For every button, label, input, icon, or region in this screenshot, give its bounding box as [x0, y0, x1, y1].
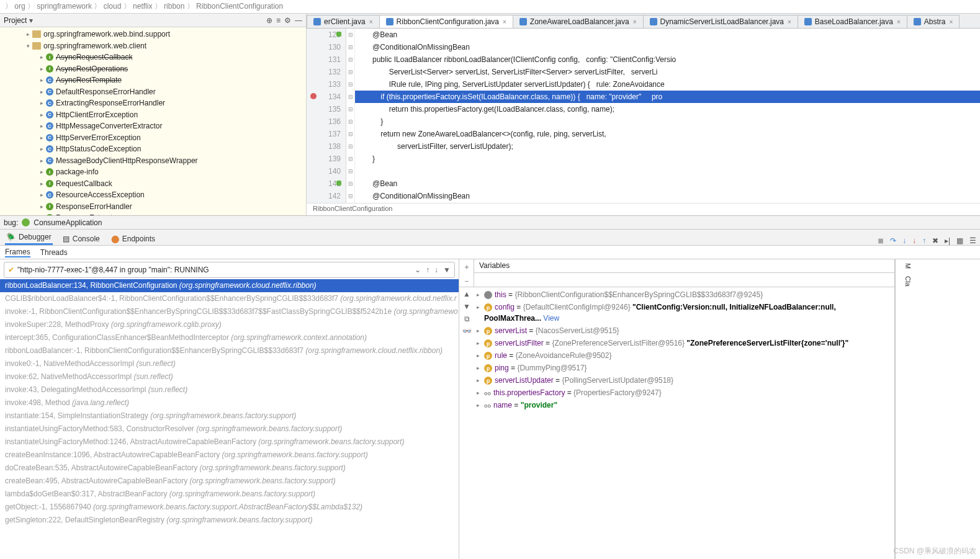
close-icon[interactable]: × [369, 19, 373, 25]
frame-row[interactable]: invoke:498, Method (java.lang.reflect) [0, 396, 459, 409]
frame-row[interactable]: invoke:-1, RibbonClientConfiguration$$En… [0, 305, 459, 318]
force-step-into-icon[interactable]: ↓ [912, 236, 916, 245]
tab-debugger[interactable]: 🪲Debugger [5, 231, 53, 245]
run-to-cursor-icon[interactable]: ▸| [945, 236, 950, 245]
variable-row[interactable]: oothis.propertiesFactory = {PropertiesFa… [475, 387, 893, 399]
frame-row[interactable]: getSingleton:222, DefaultSingletonBeanRe… [0, 514, 459, 527]
editor-tab[interactable]: erClient.java× [307, 15, 380, 28]
frame-row[interactable]: lambda$doGetBean$0:317, AbstractBeanFact… [0, 488, 459, 501]
class-node[interactable]: ▸CHttpStatusCodeException [0, 143, 306, 155]
frame-row[interactable]: ribbonLoadBalancer:134, RibbonClientConf… [0, 279, 459, 292]
gear-icon[interactable]: ⚙ [284, 16, 291, 25]
right-tool-strip[interactable]: M Cla [895, 259, 920, 559]
frame-row[interactable]: CGLIB$ribbonLoadBalancer$4:-1, RibbonCli… [0, 292, 459, 305]
copy-icon[interactable]: ⧉ [464, 315, 470, 323]
class-node[interactable]: ▸CHttpMessageConverterExtractor [0, 120, 306, 132]
frame-row[interactable]: instantiateUsingFactoryMethod:583, Const… [0, 423, 459, 436]
close-icon[interactable]: × [897, 19, 901, 25]
chevron-down-icon[interactable]: ⌄ [415, 266, 421, 274]
close-icon[interactable]: × [788, 19, 791, 25]
subtab-frames[interactable]: Frames [5, 248, 30, 257]
drop-frame-icon[interactable]: ✖ [932, 236, 938, 245]
class-node[interactable]: ▸CHttpServerErrorException [0, 132, 306, 144]
evaluate-icon[interactable]: ▦ [956, 236, 963, 245]
frame-row[interactable]: instantiate:154, SimpleInstantiationStra… [0, 409, 459, 423]
frame-row[interactable]: intercept:365, ConfigurationClassEnhance… [0, 331, 459, 344]
frame-row[interactable]: createBean:495, AbstractAutowireCapableB… [0, 475, 459, 488]
close-icon[interactable]: × [503, 19, 506, 25]
frame-row[interactable]: invoke0:-1, NativeMethodAccessorImpl (su… [0, 357, 459, 370]
step-into-icon[interactable]: ↓ [902, 236, 906, 245]
variables-list[interactable]: this = {RibbonClientConfiguration$$Enhan… [474, 287, 894, 559]
hide-icon[interactable]: — [295, 16, 302, 25]
step-over-icon[interactable]: ↷ [890, 236, 896, 245]
frame-row[interactable]: createBeanInstance:1096, AbstractAutowir… [0, 449, 459, 462]
classes-tab[interactable]: Cla [904, 276, 912, 287]
editor-breadcrumb[interactable]: RibbonClientConfiguration [307, 203, 980, 215]
frames-list[interactable]: ribbonLoadBalancer:134, RibbonClientConf… [0, 279, 459, 559]
variable-row[interactable]: prule = {ZoneAvoidanceRule@9502} [475, 349, 893, 362]
variable-row[interactable]: this = {RibbonClientConfiguration$$Enhan… [475, 288, 893, 301]
frame-row[interactable]: ribbonLoadBalancer:-1, RibbonClientConfi… [0, 344, 459, 357]
variable-row[interactable]: pping = {DummyPing@9517} [475, 362, 893, 374]
flatten-icon[interactable]: ≡ [276, 16, 281, 25]
class-node[interactable]: ▸IAsyncRequestCallback [0, 51, 306, 63]
filter-icon[interactable]: ▼ [443, 266, 451, 274]
editor-tab[interactable]: DynamicServerListLoadBalancer.java× [643, 15, 798, 28]
variable-row[interactable]: pserverListFilter = {ZonePreferenceServe… [475, 337, 893, 349]
class-node[interactable]: ▸CResourceAccessException [0, 189, 306, 201]
frame-row[interactable]: invoke:62, NativeMethodAccessorImpl (sun… [0, 370, 459, 383]
class-node[interactable]: ▸CMessageBodyClientHttpResponseWrapper [0, 155, 306, 167]
more-icon[interactable]: ☰ [969, 236, 976, 245]
class-node[interactable]: ▸CDefaultResponseErrorHandler [0, 86, 306, 98]
class-node[interactable]: ▸CAsyncRestTemplate [0, 74, 306, 86]
list-icon[interactable]: ≣ [878, 236, 884, 245]
class-node[interactable]: ▸IResponseErrorHandler [0, 201, 306, 213]
remove-watch-icon[interactable]: － [463, 276, 470, 287]
class-node[interactable]: ▸CHttpClientErrorException [0, 109, 306, 121]
editor-tab[interactable]: BaseLoadBalancer.java× [798, 15, 907, 28]
variable-row[interactable]: pserverList = {NacosServerList@9515} [475, 324, 893, 337]
project-tree[interactable]: ▸org.springframework.web.bind.support▾or… [0, 27, 306, 215]
package-node[interactable]: ▾org.springframework.web.client [0, 40, 306, 52]
frame-row[interactable]: instantiateUsingFactoryMethod:1246, Abst… [0, 436, 459, 449]
add-watch-icon[interactable]: ＋ [463, 262, 470, 272]
editor-tab[interactable]: Abstra× [907, 15, 960, 28]
frame-row[interactable]: invokeSuper:228, MethodProxy (org.spring… [0, 318, 459, 331]
tab-endpoints[interactable]: ⬤Endpoints [110, 233, 156, 245]
select-opened-file-icon[interactable]: ⊕ [266, 16, 272, 25]
thread-selector[interactable]: ✔ "http-nio-7777-exec-1"@8,447 in group … [4, 262, 455, 278]
close-icon[interactable]: × [633, 19, 637, 25]
next-frame-icon[interactable]: ↓ [434, 266, 438, 274]
project-title[interactable]: Project [4, 16, 27, 25]
prev-frame-icon[interactable]: ↑ [426, 266, 429, 274]
down-icon[interactable]: ▼ [463, 302, 470, 311]
variable-row[interactable]: pserverListUpdater = {PollingServerListU… [475, 374, 893, 387]
class-node[interactable]: ▸CExtractingResponseErrorHandler [0, 97, 306, 109]
frame-row[interactable]: getObject:-1, 1556867940 (org.springfram… [0, 501, 459, 514]
code-editor[interactable]: @Bean @ConditionalOnMissingBean public I… [355, 29, 980, 203]
gutter[interactable]: 1291301311321331341351361371381391401411… [307, 29, 346, 203]
memory-tab[interactable]: M [904, 263, 912, 269]
up-icon[interactable]: ▲ [463, 290, 470, 298]
subtab-threads[interactable]: Threads [40, 248, 68, 257]
package-node[interactable]: ▸org.springframework.web.bind.support [0, 29, 306, 40]
close-icon[interactable]: × [949, 19, 953, 25]
editor-tabs[interactable]: erClient.java×RibbonClientConfiguration.… [307, 14, 980, 29]
glasses-icon[interactable]: 👓 [462, 327, 472, 336]
fold-column[interactable]: ⊟⊟⊟⊟⊟⊟⊟⊟⊟⊟⊟⊟⊟⊟⊟ [346, 29, 355, 203]
editor-tab[interactable]: ZoneAwareLoadBalancer.java× [513, 15, 644, 28]
variable-row[interactable]: pconfig = {DefaultClientConfigImpl@9246}… [475, 301, 893, 324]
class-node[interactable]: ▸IRequestCallback [0, 178, 306, 190]
class-node[interactable]: ▸IAsyncRestOperations [0, 63, 306, 75]
step-out-icon[interactable]: ↑ [922, 236, 926, 245]
frame-row[interactable]: doCreateBean:535, AbstractAutowireCapabl… [0, 462, 459, 475]
variable-row[interactable]: ooname = "provider" [475, 399, 893, 411]
chevron-down-icon[interactable]: ▾ [29, 16, 33, 25]
run-config-name[interactable]: ConsumeApplication [34, 218, 102, 227]
class-node[interactable]: ▸Ipackage-info [0, 166, 306, 178]
tab-console[interactable]: ▤Console [61, 233, 101, 245]
class-node[interactable]: ▸IResponseExtractor [0, 212, 306, 215]
editor-tab[interactable]: RibbonClientConfiguration.java× [379, 15, 513, 28]
frame-row[interactable]: invoke:43, DelegatingMethodAccessorImpl … [0, 383, 459, 396]
